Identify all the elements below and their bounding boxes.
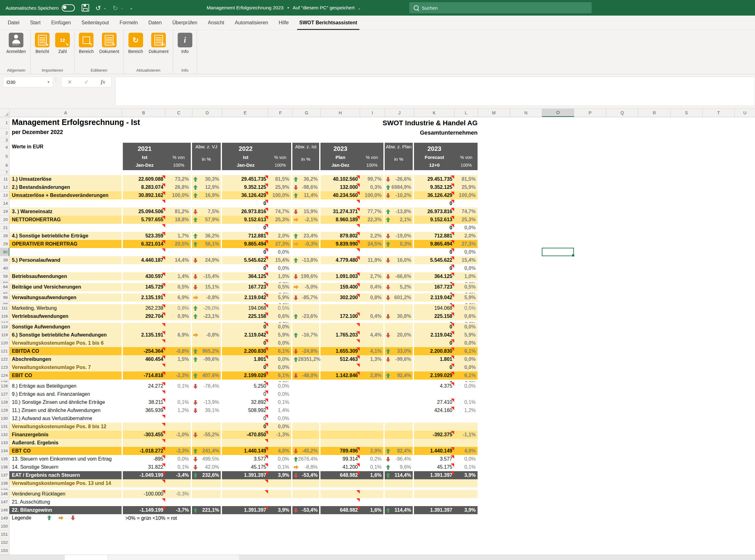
cell[interactable] bbox=[192, 423, 221, 431]
saved-status[interactable]: Auf "diesem PC" gespeichert bbox=[293, 5, 355, 10]
row-117[interactable]: 11700,0%00,0% bbox=[0, 320, 755, 323]
cell[interactable]: 0,8% bbox=[165, 304, 191, 312]
cell[interactable]: -24,8% bbox=[292, 347, 319, 355]
cell[interactable] bbox=[385, 380, 413, 382]
dokument-button[interactable]: ↻Dokument bbox=[149, 33, 168, 54]
cell[interactable] bbox=[292, 224, 319, 232]
cell[interactable]: 1.655.309 bbox=[320, 347, 360, 355]
cell[interactable] bbox=[360, 302, 383, 304]
cell[interactable] bbox=[123, 199, 165, 207]
cell[interactable]: 4.440.187 bbox=[123, 256, 165, 264]
row-150[interactable]: 150 bbox=[0, 522, 755, 531]
cell[interactable]: 100,0% bbox=[454, 191, 478, 199]
cell[interactable]: 9.352.125 bbox=[414, 183, 454, 191]
cell[interactable] bbox=[192, 264, 221, 272]
row-header-2[interactable]: 2 bbox=[0, 128, 9, 138]
cell[interactable]: 0,1% bbox=[454, 463, 478, 471]
row-149[interactable]: 149Legende>0% = grün <10% = rot bbox=[0, 514, 755, 522]
cell[interactable]: 9.865.494 bbox=[414, 240, 454, 248]
cell[interactable]: 0,4% bbox=[360, 283, 383, 291]
cell[interactable]: 29.451.735 bbox=[414, 175, 454, 183]
cell[interactable]: 92,4% bbox=[385, 372, 413, 380]
cell[interactable]: -15,4% bbox=[192, 272, 221, 280]
cell[interactable]: 32.892 bbox=[222, 398, 268, 406]
cell[interactable]: 0 bbox=[222, 390, 268, 398]
cell[interactable]: 0,5% bbox=[268, 283, 291, 291]
cell[interactable]: 1,0% bbox=[268, 272, 291, 280]
cell[interactable] bbox=[292, 423, 319, 431]
column-header-S[interactable]: S bbox=[671, 109, 703, 117]
cell[interactable]: 0 bbox=[222, 248, 268, 256]
cell[interactable] bbox=[385, 302, 413, 304]
cell[interactable] bbox=[292, 382, 319, 390]
cell[interactable] bbox=[165, 423, 191, 431]
cell[interactable]: 601,2% bbox=[385, 294, 413, 302]
row-header-98[interactable]: 98 bbox=[0, 294, 9, 302]
row-header-99[interactable]: 99 bbox=[0, 302, 9, 304]
cell[interactable]: 0,0% bbox=[454, 302, 478, 304]
cell[interactable] bbox=[385, 264, 413, 272]
cell[interactable]: 25,9% bbox=[268, 183, 291, 191]
cell[interactable]: EBT CO bbox=[9, 447, 122, 455]
cell[interactable]: 99.314 bbox=[320, 455, 360, 463]
cell[interactable]: 30.892.162 bbox=[123, 191, 165, 199]
cell[interactable]: 6.321.014 bbox=[123, 240, 165, 248]
cell[interactable]: 2.199.029 bbox=[414, 372, 454, 380]
cell[interactable]: 0,0% bbox=[454, 455, 478, 463]
cell[interactable] bbox=[165, 479, 191, 487]
cell[interactable] bbox=[414, 415, 454, 423]
row-12[interactable]: 122.) Bestandsänderungen8.283.07426,8%12… bbox=[0, 183, 755, 191]
cell[interactable]: -3,7% bbox=[165, 506, 191, 514]
cell[interactable]: 4,4% bbox=[360, 331, 383, 339]
cell[interactable]: 232,6% bbox=[192, 471, 221, 479]
cell[interactable]: 11.) Zinsen und ähnliche Aufwendungen bbox=[9, 406, 122, 415]
row-header-12[interactable]: 12 bbox=[0, 183, 9, 191]
cell[interactable]: Verwaltungskostenumlage Pos. 8 bis 12 bbox=[9, 423, 122, 431]
cell[interactable]: -1.018.272 bbox=[123, 447, 165, 455]
cell[interactable] bbox=[292, 302, 319, 304]
cell[interactable]: 424.160 bbox=[414, 406, 454, 415]
cell[interactable]: 460.454 bbox=[123, 355, 165, 363]
cell[interactable]: 81,2% bbox=[165, 207, 191, 216]
anmelden-button[interactable]: ••••Anmelden bbox=[6, 33, 26, 54]
cell[interactable]: 57,9% bbox=[192, 216, 221, 224]
cell[interactable] bbox=[320, 431, 360, 439]
cell[interactable] bbox=[414, 490, 454, 498]
cell[interactable] bbox=[192, 479, 221, 487]
cell[interactable] bbox=[123, 423, 165, 431]
cell[interactable]: 4.) Sonstige betriebliche Erträge bbox=[9, 232, 122, 240]
row-21[interactable]: 21000,0% bbox=[0, 224, 755, 232]
column-header-Q[interactable]: Q bbox=[606, 109, 638, 117]
row-137[interactable]: 137EAT / Ergebnis nach Steuern-1.049.199… bbox=[0, 471, 755, 479]
cell[interactable]: 2,7% bbox=[360, 272, 383, 280]
cell[interactable]: 1.391.397 bbox=[222, 506, 268, 514]
cell[interactable] bbox=[292, 406, 319, 415]
cell[interactable]: 0,0% bbox=[268, 323, 291, 331]
cell[interactable]: 0,0% bbox=[268, 380, 291, 382]
row-header-137[interactable]: 137 bbox=[0, 471, 9, 479]
cell[interactable]: -19,0% bbox=[385, 232, 413, 240]
cell[interactable]: Betriebsaufwendungen bbox=[9, 272, 122, 280]
cell[interactable]: 40.234.560 bbox=[320, 191, 360, 199]
row-header-128[interactable]: 128 bbox=[0, 398, 9, 406]
cell[interactable] bbox=[360, 380, 383, 382]
tab-daten[interactable]: Daten bbox=[143, 16, 167, 30]
row-98[interactable]: 98Verwaltungsaufwendungen2.135.1916,9%-0… bbox=[0, 294, 755, 302]
cell[interactable] bbox=[268, 498, 291, 506]
cell[interactable]: 2676,4% bbox=[292, 455, 319, 463]
cell[interactable] bbox=[360, 280, 383, 283]
cell[interactable]: 0,5% bbox=[454, 304, 478, 312]
row-11[interactable]: 111.) Umsatzerlöse22.609.08873,2%30,3%29… bbox=[0, 175, 755, 183]
cell[interactable]: 18,8% bbox=[165, 216, 191, 224]
cell[interactable]: 430.597 bbox=[123, 272, 165, 280]
row-118[interactable]: 118Sonstige Aufwendungen00,0%00,0% bbox=[0, 323, 755, 331]
cell[interactable]: 3,9% bbox=[454, 471, 478, 479]
cell[interactable]: 0,2% bbox=[360, 455, 383, 463]
cell[interactable]: 15,4% bbox=[268, 256, 291, 264]
column-header-J[interactable]: J bbox=[385, 109, 414, 117]
cell[interactable] bbox=[292, 380, 319, 382]
cell[interactable] bbox=[192, 390, 221, 398]
cell[interactable]: 0,9% bbox=[165, 312, 191, 320]
cell[interactable] bbox=[320, 304, 360, 312]
cell[interactable]: 25,3% bbox=[268, 216, 291, 224]
